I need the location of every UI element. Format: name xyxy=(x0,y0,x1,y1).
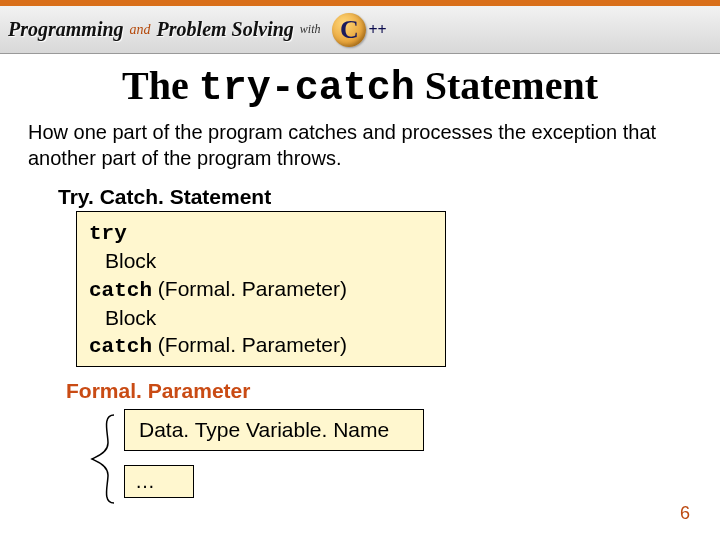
slide-body: The try-catch Statement How one part of … xyxy=(0,54,720,498)
section1-label: Try. Catch. Statement xyxy=(58,185,692,209)
block-1: Block xyxy=(89,247,433,274)
fp-option-ellipsis: … xyxy=(124,465,194,498)
header-and: and xyxy=(130,22,151,38)
left-brace-icon xyxy=(90,413,120,505)
kw-catch-1: catch xyxy=(89,279,152,302)
title-pre: The xyxy=(122,63,199,108)
slide-title: The try-catch Statement xyxy=(28,62,692,111)
kw-try: try xyxy=(89,222,127,245)
header-word-problem-solving: Problem Solving xyxy=(157,18,294,41)
title-mono: try-catch xyxy=(199,66,415,111)
cpp-logo: C ++ xyxy=(332,13,386,47)
book-header: Programming and Problem Solving with C +… xyxy=(0,6,720,54)
formal-parameter-group: Data. Type Variable. Name … xyxy=(124,409,692,498)
kw-catch-2: catch xyxy=(89,335,152,358)
try-catch-syntax-box: try Block catch (Formal. Parameter) Bloc… xyxy=(76,211,446,367)
header-with: with xyxy=(300,22,321,37)
title-post: Statement xyxy=(415,63,598,108)
block-2: Block xyxy=(89,304,433,331)
cpp-plus-icon: ++ xyxy=(368,25,386,35)
section2-label: Formal. Parameter xyxy=(66,379,692,403)
fp-1: (Formal. Parameter) xyxy=(152,277,347,300)
header-word-programming: Programming xyxy=(8,18,124,41)
fp-2: (Formal. Parameter) xyxy=(152,333,347,356)
cpp-c-icon: C xyxy=(332,13,366,47)
slide-subtitle: How one part of the program catches and … xyxy=(28,119,692,171)
fp-option-1: Data. Type Variable. Name xyxy=(124,409,424,451)
page-number: 6 xyxy=(680,503,690,524)
